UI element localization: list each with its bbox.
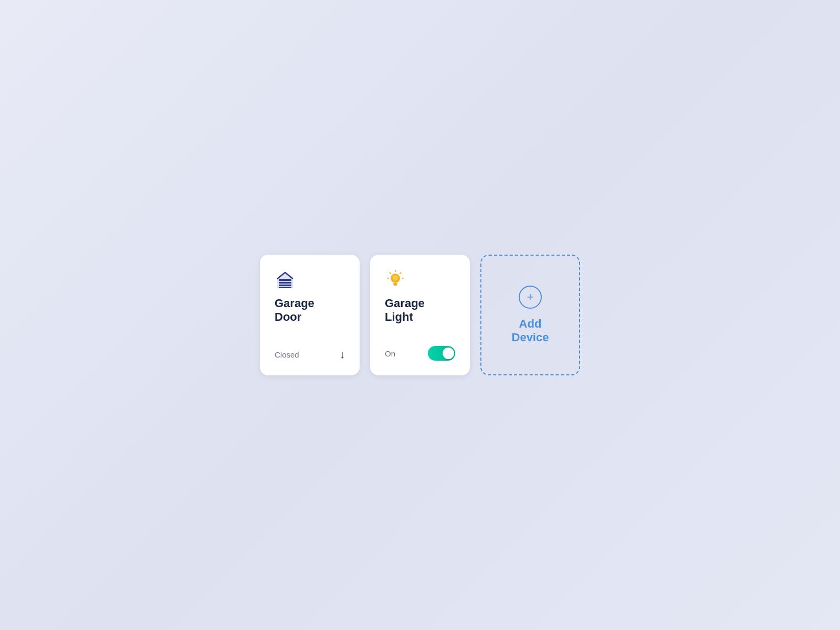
toggle-thumb	[443, 348, 454, 359]
add-device-card[interactable]: + Add Device	[480, 255, 580, 375]
garage-light-card[interactable]: Garage Light On	[370, 255, 470, 375]
garage-door-status: Closed	[275, 350, 299, 359]
garage-light-status: On	[385, 349, 395, 358]
cards-container: Garage Door Closed ↓	[260, 255, 580, 375]
garage-door-title: Garage Door	[275, 297, 345, 324]
garage-light-toggle[interactable]	[428, 346, 455, 361]
svg-line-10	[390, 273, 391, 274]
svg-line-8	[400, 273, 401, 274]
svg-rect-6	[394, 285, 397, 286]
garage-icon	[275, 269, 296, 290]
svg-rect-5	[393, 283, 397, 285]
add-device-icon: +	[519, 286, 542, 309]
add-device-label: Add Device	[512, 317, 549, 345]
garage-door-status-row: Closed ↓	[275, 349, 345, 361]
lightbulb-icon	[385, 269, 406, 290]
down-arrow-icon: ↓	[340, 349, 345, 361]
svg-point-12	[393, 275, 398, 280]
garage-door-card[interactable]: Garage Door Closed ↓	[260, 255, 360, 375]
garage-light-title: Garage Light	[385, 297, 455, 324]
garage-light-status-row: On	[385, 346, 455, 361]
